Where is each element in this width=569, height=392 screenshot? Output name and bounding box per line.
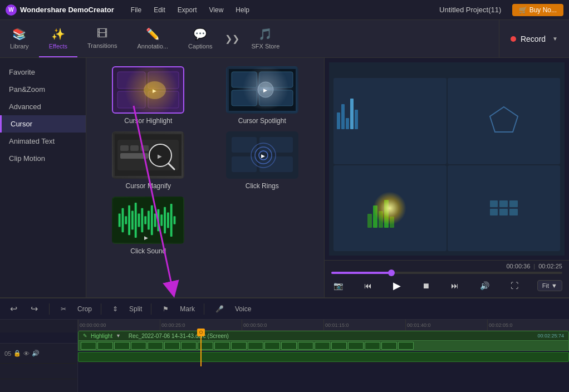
track-visible-button[interactable]: 👁: [23, 350, 30, 357]
timeline: ↩ ↪ ✂ Crop ⇕ Split ⚑ Mark 🎤 Voice 05 🔒 👁…: [0, 297, 569, 392]
svg-rect-7: [229, 69, 296, 111]
fit-chevron-icon: ▼: [551, 282, 557, 289]
sidebar-item-panzoom[interactable]: Pan&Zoom: [0, 81, 86, 98]
mark-label[interactable]: Mark: [180, 305, 195, 313]
current-time: 00:00:36: [506, 263, 530, 270]
track-label-05: 05 🔒 👁 🔊: [0, 344, 77, 364]
sidebar-item-clip-motion[interactable]: Clip Motion: [0, 150, 86, 167]
progress-handle: [388, 270, 395, 276]
effect-cursor-spotlight[interactable]: ▶ Cursor Spotlight: [209, 66, 316, 125]
menu-export[interactable]: Export: [172, 4, 203, 16]
toolbar-sfx-label: SFX Store: [252, 43, 280, 50]
toolbar-captions[interactable]: 💬 Captions: [178, 20, 222, 57]
stop-button[interactable]: ⏹: [420, 279, 432, 292]
toolbar-library[interactable]: 📚 Library: [0, 20, 39, 57]
ruler-spacer: [0, 332, 77, 344]
svg-rect-44: [151, 205, 153, 235]
record-label: Record: [521, 35, 546, 43]
svg-text:▶: ▶: [263, 87, 267, 93]
next-frame-button[interactable]: ⏭: [449, 279, 461, 292]
toolbar-more[interactable]: ❯❯: [223, 20, 242, 57]
mark-button[interactable]: ⚑: [160, 304, 171, 314]
voice-button[interactable]: 🎤: [213, 304, 226, 314]
prev-frame-button[interactable]: ⏮: [362, 279, 374, 292]
slide-glow-orb: [373, 192, 406, 225]
sidebar-item-animated-text[interactable]: Animated Text: [0, 133, 86, 150]
menu-items: File Edit Export View Help: [125, 4, 255, 16]
effect-cursor-highlight-label: Cursor Highlight: [124, 117, 172, 125]
split-label[interactable]: Split: [129, 305, 142, 313]
svg-text:▶: ▶: [158, 153, 162, 159]
svg-rect-49: [167, 212, 169, 228]
track-lock-button[interactable]: 🔒: [13, 350, 21, 357]
time-display: 00:00:36 | 00:02:25: [331, 263, 562, 270]
svg-rect-34: [119, 213, 121, 227]
menu-file[interactable]: File: [125, 4, 147, 16]
sidebar-item-favorite[interactable]: Favorite: [0, 63, 86, 81]
svg-rect-43: [148, 211, 150, 230]
fit-dropdown[interactable]: Fit ▼: [537, 280, 562, 291]
effect-cursor-spotlight-label: Cursor Spotlight: [238, 117, 286, 125]
crop-button[interactable]: ✂: [58, 304, 68, 314]
progress-bar[interactable]: [331, 272, 562, 274]
track-mute-button[interactable]: 🔊: [32, 350, 40, 357]
toolbar-transitions[interactable]: 🎞 Transitions: [77, 20, 127, 57]
timeline-tracks: 00:00:00:00 00:00:25:0 00:00:50:0 00:01:…: [78, 320, 569, 392]
redo-button[interactable]: ↪: [28, 302, 40, 315]
volume-button[interactable]: 🔊: [478, 279, 492, 292]
effect-cursor-highlight[interactable]: ▶ Cursor Highlight: [95, 66, 202, 125]
effect-click-rings-thumb: ▶: [226, 131, 298, 179]
crop-label[interactable]: Crop: [77, 305, 92, 313]
svg-rect-48: [164, 207, 166, 233]
menu-view[interactable]: View: [204, 4, 229, 16]
fullscreen-button[interactable]: ⛶: [508, 279, 521, 292]
toolbar-effects-label: Effects: [49, 43, 67, 50]
svg-rect-42: [144, 216, 146, 224]
menu-edit[interactable]: Edit: [148, 4, 171, 16]
svg-rect-35: [122, 208, 124, 233]
progress-fill: [331, 272, 391, 274]
slide-cell-3: [333, 165, 447, 252]
toolbar-effects[interactable]: ✨ Effects: [39, 20, 77, 57]
menu-help[interactable]: Help: [230, 4, 255, 16]
undo-button[interactable]: ↩: [8, 302, 19, 315]
clip-frames: [81, 342, 414, 350]
svg-rect-50: [170, 204, 173, 237]
record-chevron-icon: ▼: [552, 36, 558, 42]
click-sound-svg: ▶: [113, 197, 183, 244]
play-button[interactable]: ▶: [391, 277, 403, 294]
split-button[interactable]: ⇕: [110, 304, 120, 314]
main-layout: Favorite Pan&Zoom Advanced Cursor Animat…: [0, 58, 569, 297]
preview-video: ⌂: [329, 62, 565, 256]
svg-rect-41: [141, 208, 144, 233]
screenshot-button[interactable]: 📷: [331, 279, 345, 292]
svg-rect-16: [120, 145, 129, 151]
sidebar-item-cursor[interactable]: Cursor: [0, 115, 86, 133]
record-button[interactable]: Record ▼: [499, 20, 569, 57]
buy-button[interactable]: 🛒 Buy No...: [512, 4, 563, 16]
cursor-highlight-svg: ▶: [115, 69, 182, 111]
toolbar-divider-2: [101, 303, 101, 315]
svg-rect-51: [174, 216, 176, 224]
clip-name: Rec_2022-07-06 14-31-43.dcrc (Screen): [129, 333, 229, 339]
svg-rect-36: [125, 216, 127, 224]
ruler-mark-4: 00:01:40:0: [405, 320, 487, 330]
track-number: 05: [4, 350, 11, 357]
toolbar-annotations[interactable]: ✏️ Annotatio...: [127, 20, 178, 57]
cursor-spotlight-svg: ▶: [229, 69, 296, 111]
toolbar-captions-label: Captions: [188, 43, 212, 50]
sidebar-item-advanced[interactable]: Advanced: [0, 98, 86, 115]
voice-label[interactable]: Voice: [235, 305, 251, 313]
timeline-ruler: 00:00:00:00 00:00:25:0 00:00:50:0 00:01:…: [78, 320, 569, 331]
toolbar-sfx[interactable]: 🎵 SFX Store: [242, 20, 290, 57]
playhead[interactable]: ⬡: [200, 331, 202, 366]
slide-cell-1: [333, 78, 447, 164]
toolbar-library-label: Library: [10, 43, 29, 50]
effect-cursor-magnify[interactable]: ▶ Cursor Magnify: [95, 131, 202, 190]
effect-click-rings[interactable]: ▶ Click Rings: [209, 131, 316, 190]
effect-click-sound[interactable]: ▶ Click Sound: [95, 197, 202, 255]
svg-rect-17: [130, 145, 139, 151]
effects-icon: ✨: [51, 27, 65, 41]
svg-rect-39: [135, 203, 137, 238]
svg-rect-3: [148, 91, 179, 108]
